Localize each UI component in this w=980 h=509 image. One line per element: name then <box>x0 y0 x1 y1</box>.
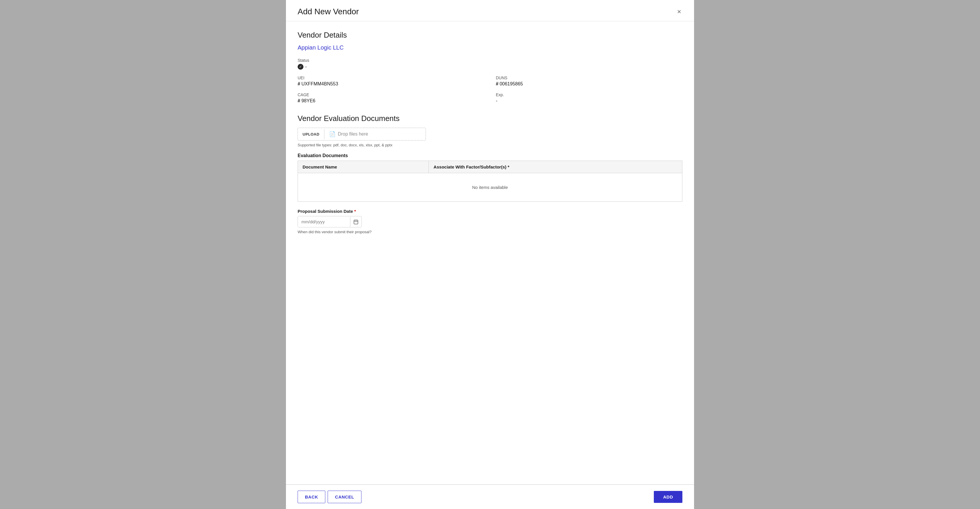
calendar-button[interactable] <box>350 217 361 227</box>
cancel-button[interactable]: CANCEL <box>328 491 361 503</box>
modal-body: Vendor Details Appian Logic LLC Status ✓… <box>286 21 694 484</box>
cage-group: CAGE # 98YE6 <box>298 92 484 103</box>
drop-zone[interactable]: 📄 Drop files here <box>325 128 426 140</box>
add-button[interactable]: ADD <box>654 491 682 503</box>
cage-text: 98YE6 <box>301 98 315 103</box>
cage-label: CAGE <box>298 92 484 97</box>
duns-text: 006195865 <box>500 81 523 87</box>
close-button[interactable]: × <box>676 7 682 16</box>
date-input-wrapper <box>298 216 362 227</box>
status-label: Status <box>298 58 682 63</box>
status-value: ✓ - <box>298 64 682 70</box>
exp-label: Exp. <box>496 92 682 97</box>
vendor-name-link[interactable]: Appian Logic LLC <box>298 44 682 51</box>
col-doc-name: Document Name <box>298 161 429 173</box>
status-text: - <box>305 64 307 69</box>
col-associate: Associate With Factor/Subfactor(s) * <box>429 161 682 173</box>
upload-area[interactable]: UPLOAD 📄 Drop files here <box>298 128 426 140</box>
uei-hash-icon: # <box>298 81 300 87</box>
no-items-text: No items available <box>298 173 682 202</box>
calendar-icon <box>353 219 358 224</box>
modal-container: Add New Vendor × Vendor Details Appian L… <box>286 0 694 509</box>
proposal-section: Proposal Submission Date * When did <box>298 209 682 234</box>
uei-text: UXFFMM4BN553 <box>301 81 338 87</box>
proposal-label: Proposal Submission Date * <box>298 209 682 214</box>
upload-section: UPLOAD 📄 Drop files here Supported file … <box>298 128 682 147</box>
supported-types: Supported file types: pdf, doc, docx, xl… <box>298 143 682 147</box>
exp-text: - <box>496 98 497 103</box>
duns-hash-icon: # <box>496 81 498 87</box>
duns-label: DUNS <box>496 75 682 80</box>
modal-title: Add New Vendor <box>298 7 359 16</box>
uei-value: # UXFFMM4BN553 <box>298 81 484 87</box>
eval-docs-label: Evaluation Documents <box>298 153 682 158</box>
footer-left-buttons: BACK CANCEL <box>298 491 361 503</box>
required-star: * <box>354 209 356 214</box>
vendor-details-title: Vendor Details <box>298 30 682 40</box>
cage-hash-icon: # <box>298 98 300 103</box>
uei-group: UEI # UXFFMM4BN553 <box>298 75 484 87</box>
vendor-details-grid: UEI # UXFFMM4BN553 DUNS # 006195865 CAGE <box>298 75 682 103</box>
cage-value: # 98YE6 <box>298 98 484 103</box>
upload-button[interactable]: UPLOAD <box>298 129 325 139</box>
drop-placeholder-text: Drop files here <box>338 132 368 137</box>
modal-footer: BACK CANCEL ADD <box>286 484 694 509</box>
file-icon: 📄 <box>329 131 336 137</box>
exp-group: Exp. - <box>496 92 682 103</box>
duns-group: DUNS # 006195865 <box>496 75 682 87</box>
exp-value: - <box>496 98 682 103</box>
eval-docs-title: Vendor Evaluation Documents <box>298 114 682 123</box>
duns-value: # 006195865 <box>496 81 682 87</box>
proposal-date-hint: When did this vendor submit their propos… <box>298 230 682 234</box>
svg-rect-0 <box>354 220 358 224</box>
modal-overlay: Add New Vendor × Vendor Details Appian L… <box>0 0 980 509</box>
proposal-date-input[interactable] <box>298 216 350 227</box>
status-row: Status ✓ - <box>298 58 682 70</box>
uei-label: UEI <box>298 75 484 80</box>
table-header-row: Document Name Associate With Factor/Subf… <box>298 161 682 173</box>
table-row-empty: No items available <box>298 173 682 202</box>
status-check-icon: ✓ <box>298 64 304 70</box>
docs-table: Document Name Associate With Factor/Subf… <box>298 161 682 202</box>
modal-header: Add New Vendor × <box>286 0 694 21</box>
back-button[interactable]: BACK <box>298 491 325 503</box>
